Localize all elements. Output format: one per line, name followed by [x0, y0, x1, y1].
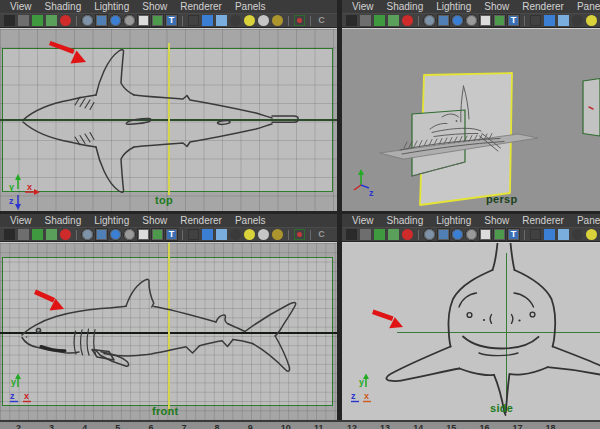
- render-ball-icon[interactable]: [230, 15, 241, 26]
- menu-shading[interactable]: Shading: [45, 1, 82, 12]
- menu-panels[interactable]: Panels: [235, 1, 266, 12]
- textured-icon[interactable]: [152, 15, 163, 26]
- image-plane-icon[interactable]: [46, 229, 57, 240]
- shaded-sphere-icon[interactable]: [110, 15, 121, 26]
- textured-icon[interactable]: [494, 229, 505, 240]
- wireframe-sphere-icon[interactable]: [424, 15, 435, 26]
- image-plane-icon[interactable]: [388, 15, 399, 26]
- text-icon[interactable]: T: [166, 229, 177, 240]
- menu-view[interactable]: View: [10, 1, 32, 12]
- camera-select-icon[interactable]: [360, 229, 371, 240]
- camera-icon[interactable]: [4, 15, 15, 26]
- light-yellow-icon[interactable]: [586, 15, 597, 26]
- menu-panels[interactable]: Panels: [235, 215, 266, 226]
- shaded-sphere-icon[interactable]: [452, 229, 463, 240]
- cube-blue-icon[interactable]: [202, 229, 213, 240]
- menu-renderer[interactable]: Renderer: [522, 215, 564, 226]
- camera-icon[interactable]: [4, 229, 15, 240]
- menu-lighting[interactable]: Lighting: [94, 215, 129, 226]
- time-slider[interactable]: 23456789101112131415161718: [0, 420, 600, 429]
- menu-lighting[interactable]: Lighting: [436, 215, 471, 226]
- menu-renderer[interactable]: Renderer: [180, 215, 222, 226]
- cube-outline-icon[interactable]: [530, 15, 541, 26]
- menu-renderer[interactable]: Renderer: [180, 1, 222, 12]
- viewport-canvas-persp[interactable]: z persp: [342, 28, 600, 211]
- menu-renderer[interactable]: Renderer: [522, 1, 564, 12]
- menu-lighting[interactable]: Lighting: [436, 1, 471, 12]
- flat-sphere-icon[interactable]: [466, 229, 477, 240]
- image-plane-icon[interactable]: [388, 229, 399, 240]
- film-gate-icon[interactable]: [96, 15, 107, 26]
- render-ball-icon[interactable]: [572, 229, 583, 240]
- camera-select-icon[interactable]: [18, 229, 29, 240]
- light-gold-icon[interactable]: [272, 229, 283, 240]
- menu-panels[interactable]: Panels: [577, 1, 600, 12]
- cube-outline-icon[interactable]: [188, 15, 199, 26]
- text-icon[interactable]: T: [166, 15, 177, 26]
- flat-sphere-icon[interactable]: [466, 15, 477, 26]
- pin-icon[interactable]: [402, 229, 413, 240]
- menu-shading[interactable]: Shading: [45, 215, 82, 226]
- pin-icon[interactable]: [60, 15, 71, 26]
- cube-blue-icon[interactable]: [544, 229, 555, 240]
- checker-icon[interactable]: [480, 15, 491, 26]
- cube-shaded-icon[interactable]: [216, 15, 227, 26]
- wireframe-sphere-icon[interactable]: [424, 229, 435, 240]
- wireframe-sphere-icon[interactable]: [82, 229, 93, 240]
- grease-pencil-icon[interactable]: C: [316, 15, 327, 26]
- light-yellow-icon[interactable]: [244, 15, 255, 26]
- bookmark-icon[interactable]: [374, 15, 385, 26]
- text-icon[interactable]: T: [508, 229, 519, 240]
- light-gray-icon[interactable]: [258, 229, 269, 240]
- menu-show[interactable]: Show: [142, 215, 167, 226]
- camera-icon[interactable]: [346, 15, 357, 26]
- menu-panels[interactable]: Panels: [577, 215, 600, 226]
- isolate-select-icon[interactable]: [294, 229, 305, 240]
- camera-select-icon[interactable]: [360, 15, 371, 26]
- pin-icon[interactable]: [402, 15, 413, 26]
- wireframe-sphere-icon[interactable]: [82, 15, 93, 26]
- isolate-select-icon[interactable]: [294, 15, 305, 26]
- text-icon[interactable]: T: [508, 15, 519, 26]
- film-gate-icon[interactable]: [438, 229, 449, 240]
- cube-shaded-icon[interactable]: [216, 229, 227, 240]
- image-plane-icon[interactable]: [46, 15, 57, 26]
- light-gold-icon[interactable]: [272, 15, 283, 26]
- bookmark-icon[interactable]: [374, 229, 385, 240]
- viewport-canvas-front[interactable]: y z x front: [0, 242, 337, 420]
- viewport-divider-horizontal[interactable]: [0, 211, 600, 214]
- shaded-sphere-icon[interactable]: [110, 229, 121, 240]
- grease-pencil-icon[interactable]: C: [316, 229, 327, 240]
- menu-show[interactable]: Show: [142, 1, 167, 12]
- render-ball-icon[interactable]: [572, 15, 583, 26]
- menu-show[interactable]: Show: [484, 215, 509, 226]
- menu-shading[interactable]: Shading: [387, 1, 424, 12]
- light-yellow-icon[interactable]: [244, 229, 255, 240]
- viewport-canvas-side[interactable]: y z x side: [342, 242, 600, 420]
- checker-icon[interactable]: [480, 229, 491, 240]
- light-yellow-icon[interactable]: [586, 229, 597, 240]
- checker-icon[interactable]: [138, 229, 149, 240]
- cube-blue-icon[interactable]: [202, 15, 213, 26]
- flat-sphere-icon[interactable]: [124, 229, 135, 240]
- camera-icon[interactable]: [346, 229, 357, 240]
- cube-outline-icon[interactable]: [188, 229, 199, 240]
- menu-show[interactable]: Show: [484, 1, 509, 12]
- bookmark-icon[interactable]: [32, 15, 43, 26]
- cube-shaded-icon[interactable]: [558, 229, 569, 240]
- cube-outline-icon[interactable]: [530, 229, 541, 240]
- bookmark-icon[interactable]: [32, 229, 43, 240]
- render-ball-icon[interactable]: [230, 229, 241, 240]
- menu-view[interactable]: View: [352, 1, 374, 12]
- film-gate-icon[interactable]: [96, 229, 107, 240]
- menu-view[interactable]: View: [10, 215, 32, 226]
- menu-view[interactable]: View: [352, 215, 374, 226]
- cube-shaded-icon[interactable]: [558, 15, 569, 26]
- shaded-sphere-icon[interactable]: [452, 15, 463, 26]
- flat-sphere-icon[interactable]: [124, 15, 135, 26]
- viewport-divider-vertical[interactable]: [337, 0, 342, 420]
- textured-icon[interactable]: [152, 229, 163, 240]
- camera-select-icon[interactable]: [18, 15, 29, 26]
- cube-blue-icon[interactable]: [544, 15, 555, 26]
- menu-lighting[interactable]: Lighting: [94, 1, 129, 12]
